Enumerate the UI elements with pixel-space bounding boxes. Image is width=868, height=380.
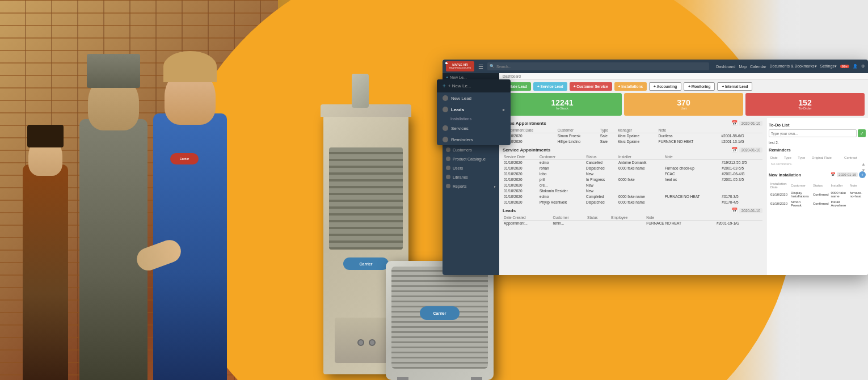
col-leads-date: Date Created [503, 215, 551, 221]
carrier-logo-shirt: Carrier [170, 153, 199, 164]
todo-input[interactable] [769, 129, 857, 137]
leads-icon [443, 107, 448, 112]
cell-customer[interactable]: rohan [538, 166, 585, 171]
table-row[interactable]: 01/10/2020 rohan Dispatched 0000 fake na… [503, 166, 762, 171]
table-row[interactable]: 01/10/2020 lobo New FCAC #2001-06-4/G [503, 171, 762, 177]
table-row[interactable]: 01/10/2020 Display Installations Confirm… [770, 191, 865, 199]
sidebar-item-libraries[interactable]: Libraries [443, 172, 499, 181]
cell-customer[interactable]: Simon Proesk [790, 200, 811, 208]
user-icon[interactable]: 👤 [853, 64, 858, 69]
internal-lead-button[interactable]: + Internal Lead [717, 82, 752, 91]
cell-date: 01/10/2020 [770, 191, 789, 199]
leads-date: 2020-01-10 [739, 208, 762, 213]
calendar-icon-service[interactable]: 📅 [731, 147, 738, 153]
cell-ref[interactable]: #2001-02-5/5 [720, 166, 762, 171]
search-bar[interactable]: 🔍 Search... [487, 62, 709, 70]
cell-customer[interactable]: edmo [538, 194, 585, 200]
calendar-icon-install[interactable]: 📅 [831, 172, 836, 177]
table-row[interactable]: 01/10/2020 prill In Progress 0000 fake h… [503, 177, 762, 183]
calendar-icon-sales[interactable]: 📅 [731, 120, 738, 126]
scroll-up-icon[interactable]: ▲ [861, 162, 866, 167]
table-row[interactable]: 01/10/2020 Phylip Resntveik Dispatched 0… [503, 200, 762, 205]
nav-settings[interactable]: Settings▾ [820, 64, 837, 69]
logo-text: MAPLE AIRHEATING&COOLING [449, 64, 471, 70]
top-navbar: MAPLE AIRHEATING&COOLING ☰ 🔍 Search... D… [443, 60, 868, 73]
cell-ref[interactable]: #2001-05-3/5 [720, 177, 762, 183]
cell-customer[interactable]: Display Installations [790, 191, 811, 199]
popup-new-lead-header[interactable]: + + New Le... [437, 79, 511, 92]
cell-installer[interactable]: 0000 fake name [617, 166, 664, 171]
installations-button[interactable]: + Installations [614, 82, 647, 91]
cell-installer[interactable]: Install Anywhere [831, 200, 848, 208]
cell-installer[interactable]: 0000 fake name [617, 200, 664, 205]
breadcrumb-text: Dashboard [503, 74, 521, 78]
cell-installer[interactable]: 0000 fake [617, 177, 664, 183]
sidebar-libraries-text: Libraries [453, 175, 468, 179]
sidebar-item-reports[interactable]: Reports ▸ [443, 181, 499, 191]
table-row[interactable]: 01/10/2020 edmo Cancelled Antoine Domani… [503, 160, 762, 166]
scroll-down-icon[interactable]: ▼ [861, 168, 866, 173]
cell-installer[interactable]: Antoine Domanik [617, 160, 664, 166]
cell-ref[interactable]: #19/212-55-3/5 [720, 160, 762, 166]
gear-icon[interactable]: ⚙ [861, 64, 865, 69]
customer-service-button[interactable]: + Customer Service [570, 82, 612, 91]
cell-manager[interactable]: Marc Dpalme [616, 139, 657, 145]
sidebar-item-customers[interactable]: Customers [443, 145, 499, 154]
cell-customer[interactable]: rohin... [551, 221, 586, 226]
cell-customer[interactable]: edmo [538, 160, 585, 166]
sidebar-item-product[interactable]: Product Catalogue [443, 154, 499, 163]
cell-customer[interactable]: Stakanin Resider [538, 188, 585, 194]
popup-item-new-lead[interactable]: New Lead [437, 92, 511, 104]
cell-ref[interactable]: #2001-19-1/G [715, 221, 762, 226]
col-appt-customer: Customer [557, 128, 599, 133]
nav-documents[interactable]: Documents & Bookmarks▾ [770, 64, 817, 69]
cell-status [586, 221, 610, 226]
monitoring-button[interactable]: + Monitoring [684, 82, 715, 91]
hamburger-icon[interactable]: ☰ [477, 64, 485, 70]
table-row[interactable]: Appointment... rohin... FURNACE NO HEAT … [503, 221, 762, 226]
cell-customer[interactable]: Simon Proesk [557, 133, 599, 139]
cell-installer[interactable]: 0000 fake name [831, 191, 848, 199]
table-row[interactable]: 01/10/2020 Hillipe Lindino Sale Marc Dpa… [503, 139, 762, 145]
todo-item-text: test 2. [769, 141, 779, 145]
people-area: Carrier [11, 11, 295, 380]
notification-badge[interactable]: 99+ [840, 65, 849, 68]
sales-date: 2020-01-10 [739, 121, 762, 126]
cell-ref[interactable]: #2001-06-4/G [720, 171, 762, 177]
cell-manager[interactable]: Marc Dpalme [616, 133, 657, 139]
popup-item-services[interactable]: Services [437, 123, 511, 134]
cell-date: 01/10/2020 [503, 194, 538, 200]
popup-item-leads[interactable]: Leads ▸ [437, 104, 511, 115]
cell-ref[interactable]: #2001-13-1/G [720, 139, 762, 145]
cell-customer[interactable]: cre... [538, 183, 585, 188]
sidebar-item-users[interactable]: Users [443, 163, 499, 172]
table-row[interactable]: 01/10/2020 cre... New [503, 183, 762, 188]
table-row[interactable]: 01/10/2020 Simon Proesk Confirmed Instal… [770, 200, 865, 208]
cell-customer[interactable]: lobo [538, 171, 585, 177]
service-lead-button[interactable]: + Service Lead [533, 82, 567, 91]
todo-submit-btn[interactable]: ✓ [858, 129, 866, 137]
nav-calendar[interactable]: Calendar [750, 65, 766, 69]
col-inst-status: Status [812, 181, 829, 189]
nav-map[interactable]: Map [739, 65, 747, 69]
cell-installer[interactable]: 0000 fake name [617, 194, 664, 200]
col-inst-installer: Installer [831, 181, 848, 189]
cell-ref[interactable]: #2001-58-6/G [720, 133, 762, 139]
table-row[interactable]: 01/10/2020 Stakanin Resider New [503, 188, 762, 194]
table-row[interactable]: 01/10/2020 edmo Completed 0000 fake name… [503, 194, 762, 200]
popup-sub-installations[interactable]: Installations [437, 115, 511, 123]
table-row: No reminders. [770, 161, 865, 167]
cell-customer[interactable]: Phylip Resntveik [538, 200, 585, 205]
cell-customer[interactable]: Hillipe Lindino [557, 139, 599, 145]
cell-ref[interactable]: #0170-4/5 [720, 200, 762, 205]
service-section-header: Service Appointments 📅 2020-01-10 [503, 147, 762, 153]
nav-dashboard[interactable]: Dashboard [716, 65, 735, 69]
accounting-button[interactable]: + Accounting [649, 82, 681, 91]
calendar-icon-leads[interactable]: 📅 [731, 208, 738, 213]
maple-air-logo[interactable]: MAPLE AIRHEATING&COOLING [446, 61, 474, 71]
cell-customer[interactable]: prill [538, 177, 585, 183]
table-row[interactable]: 01/10/2020 Simon Proesk Sale Marc Dpalme… [503, 133, 762, 139]
carrier-logo-furnace: Carrier [343, 257, 389, 270]
popup-item-reminders[interactable]: Reminders [437, 134, 511, 145]
cell-ref[interactable]: #0170-3/5 [720, 194, 762, 200]
